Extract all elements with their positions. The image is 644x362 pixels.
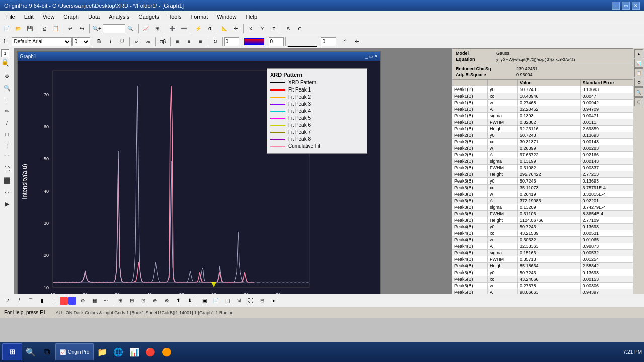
menu-analysis[interactable]: Analysis — [105, 13, 133, 21]
draw-line-btn[interactable]: / — [14, 295, 25, 306]
group-btn[interactable]: ⊕ — [149, 295, 160, 306]
draw-curve-btn[interactable]: ⌒ — [25, 295, 36, 306]
rt-btn-4[interactable]: ⚙ — [634, 78, 643, 87]
zoom-tool[interactable]: 🔍 — [2, 82, 13, 94]
stat-btn[interactable]: σ — [204, 23, 215, 34]
taskbar-unknown2[interactable]: 🟠 — [159, 344, 174, 359]
menu-view[interactable]: View — [39, 13, 59, 21]
rect-tool[interactable]: □ — [2, 129, 13, 140]
subscript-btn[interactable]: x₂ — [143, 36, 154, 47]
redo-btn[interactable]: ↪ — [76, 23, 88, 34]
window-controls[interactable]: _ ▭ ✕ — [612, 2, 640, 10]
snap-btn[interactable]: 📐 — [219, 23, 230, 34]
draw-arrow-btn[interactable]: ↗ — [2, 295, 13, 306]
back-btn[interactable]: ⬇ — [184, 295, 195, 306]
fill-tool[interactable]: ⛶ — [2, 163, 13, 174]
arrow-right-tool[interactable]: ▶ — [2, 198, 13, 209]
restore-btn[interactable]: ▭ — [622, 2, 630, 10]
taskbar-file-explorer[interactable]: 📁 — [95, 344, 110, 359]
font-size-select[interactable]: 0 — [72, 37, 90, 46]
z-btn[interactable]: Z — [268, 23, 279, 34]
align-obj-btn[interactable]: ⊟ — [126, 295, 137, 306]
menu-help[interactable]: Help — [242, 13, 261, 21]
minimize-btn[interactable]: _ — [612, 2, 620, 10]
table-btn[interactable]: ⊞ — [152, 23, 163, 34]
zoom-100-btn[interactable]: ⊟ — [257, 295, 268, 306]
save-btn[interactable]: 💾 — [24, 23, 35, 34]
rt-btn-6[interactable]: ⊞ — [634, 97, 643, 106]
graph-restore-btn[interactable]: ▭ — [369, 54, 373, 59]
menu-window[interactable]: Window — [213, 13, 240, 21]
menu-format[interactable]: Format — [186, 13, 212, 21]
zoom-input[interactable]: 100% — [103, 24, 125, 33]
align-right-btn[interactable]: ≡ — [195, 36, 206, 47]
greek-btn[interactable]: αβ — [157, 36, 169, 47]
color-btn[interactable] — [244, 38, 264, 45]
menu-file[interactable]: File — [2, 13, 19, 21]
draw-color-btn[interactable] — [60, 297, 68, 305]
value-input[interactable] — [269, 37, 284, 46]
zoom-fit-btn[interactable]: ⇲ — [233, 295, 245, 306]
graph-minimize-btn[interactable]: _ — [365, 54, 368, 59]
move-tool[interactable]: ✥ — [2, 71, 13, 82]
del-col-btn[interactable]: ➖ — [178, 23, 189, 34]
page-btn[interactable]: 📄 — [210, 295, 221, 306]
new-btn[interactable]: 📄 — [1, 23, 12, 34]
x-btn[interactable]: X — [245, 23, 256, 34]
rt-btn-5[interactable]: 🔍 — [634, 87, 643, 97]
taskbar-unknown1[interactable]: 🔴 — [143, 344, 158, 359]
menu-data[interactable]: Data — [84, 13, 104, 21]
rt-btn-3[interactable]: 📋 — [634, 68, 643, 77]
crosshair-btn[interactable]: ✛ — [351, 36, 362, 47]
front-btn[interactable]: ⬆ — [173, 295, 184, 306]
draw-fill-btn[interactable] — [68, 297, 76, 305]
line-tool[interactable]: / — [2, 117, 13, 128]
draw-bar-btn[interactable]: ▮ — [37, 295, 48, 306]
draw-error-btn[interactable]: ⊥ — [48, 295, 59, 306]
start-button[interactable]: ⊞ — [2, 343, 22, 360]
ungroup-btn[interactable]: ⊗ — [161, 295, 172, 306]
curve-tool[interactable]: ⌒ — [2, 152, 13, 163]
print-btn[interactable]: 🖨 — [39, 23, 50, 34]
undo-btn[interactable]: ↩ — [65, 23, 76, 34]
align-left-btn[interactable]: ≡ — [172, 36, 183, 47]
distribute-btn[interactable]: ⊡ — [138, 295, 149, 306]
taskbar-excel[interactable]: 📊 — [127, 344, 142, 359]
layer-btn[interactable]: ▣ — [199, 295, 210, 306]
align-center-btn[interactable]: ≡ — [184, 36, 195, 47]
font-select[interactable]: Default: Arial — [12, 37, 72, 46]
menu-tools[interactable]: Tools — [165, 13, 186, 21]
snap-grid-btn[interactable]: ⊞ — [115, 295, 126, 306]
region-tool[interactable]: ⬛ — [2, 175, 13, 186]
taskbar-edge[interactable]: 🌐 — [111, 344, 126, 359]
draw-region-btn[interactable]: ▦ — [89, 295, 100, 306]
rotation-input[interactable] — [224, 37, 239, 46]
zoom-sel-btn[interactable]: ⛶ — [245, 295, 256, 306]
zoom-in-btn[interactable]: 🔍+ — [91, 23, 102, 34]
graph-close-btn[interactable]: ✕ — [374, 54, 378, 59]
y-btn[interactable]: Y — [257, 23, 268, 34]
draw-tool[interactable]: ✏ — [2, 106, 13, 117]
taskbar-task-view[interactable]: ⧉ — [39, 344, 54, 359]
taskbar-originpro[interactable]: 📈 OriginPro — [55, 343, 94, 360]
more-btn[interactable]: ▸ — [268, 295, 279, 306]
text-tool[interactable]: T — [2, 140, 13, 151]
add-col-btn[interactable]: ➕ — [167, 23, 178, 34]
frame-btn[interactable]: ⬚ — [222, 295, 233, 306]
cursor-btn[interactable]: ✛ — [230, 23, 242, 34]
superscript-btn[interactable]: x² — [131, 36, 142, 47]
menu-graph[interactable]: Graph — [59, 13, 83, 21]
underline-btn[interactable]: U — [117, 36, 128, 47]
g-btn[interactable]: G — [294, 23, 305, 34]
open-btn[interactable]: 📂 — [13, 23, 24, 34]
bold-btn[interactable]: B — [94, 36, 105, 47]
rt-btn-1[interactable]: ▲ — [634, 49, 643, 58]
s-btn[interactable]: S — [283, 23, 294, 34]
copy-btn[interactable]: 📋 — [50, 23, 61, 34]
scale-tool[interactable]: ⇔ — [2, 187, 13, 198]
close-btn[interactable]: ✕ — [632, 2, 640, 10]
taskbar-search[interactable]: 🔍 — [23, 344, 38, 359]
rotate-btn[interactable]: ↻ — [210, 36, 221, 47]
menu-gadgets[interactable]: Gadgets — [134, 13, 164, 21]
italic-btn[interactable]: I — [105, 36, 116, 47]
